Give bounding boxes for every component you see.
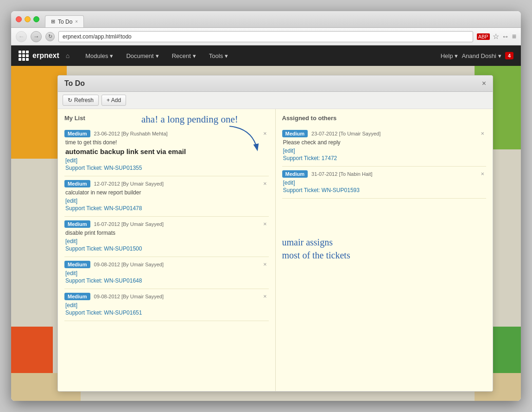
menu-icon[interactable]: ≡ <box>512 32 516 41</box>
panel-content: My List Medium 23-06-2012 [By Rushabh Me… <box>58 109 493 391</box>
item-meta: 09-08-2012 [By Umair Sayyed] <box>94 262 164 267</box>
recent-dropdown-icon: ▾ <box>193 52 196 59</box>
browser-refresh-button[interactable]: ↻ <box>45 32 55 41</box>
tools-label: Tools <box>209 52 223 59</box>
item-close-button[interactable]: × <box>263 220 267 227</box>
item-desc: disable print formats <box>65 230 269 236</box>
item-ticket-link[interactable]: Support Ticket: WN-SUP01355 <box>65 165 269 171</box>
maximize-window-button[interactable] <box>33 16 39 22</box>
nav-recent[interactable]: Recent ▾ <box>165 45 203 66</box>
item-edit-link[interactable]: [edit] <box>65 157 269 164</box>
item-meta: 09-08-2012 [By Umair Sayyed] <box>94 294 164 299</box>
browser-window: ⊞ To Do × ← → ↻ ABP ☆ ↔ ≡ erpnext ⌂ <box>11 11 521 401</box>
browser-tab[interactable]: ⊞ To Do × <box>45 15 84 27</box>
bookmark-icon[interactable]: ☆ <box>493 32 499 41</box>
item-ticket-link[interactable]: Support Ticket: 17472 <box>283 155 487 161</box>
my-list-column: My List Medium 23-06-2012 [By Rushabh Me… <box>58 109 275 391</box>
item-ticket-link[interactable]: Support Ticket: WN-SUP01500 <box>65 245 269 252</box>
item-desc: calculator in new report builder <box>65 189 269 196</box>
home-icon[interactable]: ⌂ <box>66 52 70 59</box>
item-meta: 23-06-2012 [By Rushabh Mehta] <box>94 131 168 136</box>
item-meta: 16-07-2012 [By Umair Sayyed] <box>94 221 164 227</box>
adblock-icon: ABP <box>477 33 490 40</box>
app-logo: erpnext ⌂ <box>19 51 70 61</box>
user-menu[interactable]: Anand Doshi ▾ <box>462 52 501 59</box>
assigned-to-others-column: Assigned to others Medium 23-07-2012 [To… <box>276 109 493 391</box>
app-logo-text: erpnext <box>32 52 59 60</box>
app-navbar: erpnext ⌂ Modules ▾ Document ▾ Recent ▾ … <box>11 45 521 66</box>
todo-item: Medium 23-07-2012 [To Umair Sayyed] Plea… <box>282 126 487 167</box>
nav-modules[interactable]: Modules ▾ <box>79 45 120 66</box>
app-body: To Do × ↻ Refresh + Add My List <box>11 66 521 401</box>
todo-item: Medium 31-07-2012 [To Nabin Hait] [edit]… <box>282 167 487 199</box>
my-list-header: My List <box>64 115 269 122</box>
tab-close-button[interactable]: × <box>75 19 78 24</box>
refresh-button[interactable]: ↻ Refresh <box>63 95 99 106</box>
url-input[interactable] <box>58 31 473 42</box>
logo-grid-icon <box>19 51 29 61</box>
item-close-button[interactable]: × <box>263 293 267 300</box>
item-ticket-link[interactable]: Support Ticket: WN-SUP01651 <box>65 309 269 316</box>
recent-label: Recent <box>172 52 191 59</box>
add-label: + Add <box>107 97 121 103</box>
todo-panel: To Do × ↻ Refresh + Add My List <box>57 75 493 392</box>
item-ticket-link[interactable]: Support Ticket: WN-SUP01648 <box>65 277 269 284</box>
priority-badge: Medium <box>64 180 90 187</box>
item-close-button[interactable]: × <box>263 130 267 137</box>
item-edit-link[interactable]: [edit] <box>65 198 269 204</box>
todo-item: Medium 23-06-2012 [By Rushabh Mehta] tim… <box>64 126 269 176</box>
user-name-label: Anand Doshi <box>462 52 496 59</box>
document-label: Document <box>126 52 153 59</box>
tab-favicon: ⊞ <box>51 19 55 25</box>
item-close-button[interactable]: × <box>263 180 267 187</box>
priority-badge: Medium <box>282 130 308 137</box>
priority-badge: Medium <box>282 170 308 178</box>
help-menu[interactable]: Help ▾ <box>441 52 458 59</box>
item-edit-link[interactable]: [edit] <box>65 270 269 277</box>
nav-right: Help ▾ Anand Doshi ▾ 4 <box>441 52 513 59</box>
item-meta: 23-07-2012 [To Umair Sayyed] <box>311 131 380 136</box>
item-desc: time to get this done! <box>65 139 269 146</box>
cast-icon: ↔ <box>502 32 509 41</box>
title-bar: ⊞ To Do × <box>11 11 521 28</box>
minimize-window-button[interactable] <box>25 16 31 22</box>
item-meta: 31-07-2012 [To Nabin Hait] <box>311 171 373 177</box>
address-bar: ← → ↻ ABP ☆ ↔ ≡ <box>11 28 521 45</box>
item-edit-link[interactable]: [edit] <box>65 302 269 309</box>
close-window-button[interactable] <box>16 16 22 22</box>
refresh-icon: ↻ <box>68 97 72 103</box>
priority-badge: Medium <box>64 220 90 228</box>
item-header: Medium 23-07-2012 [To Umair Sayyed] <box>282 130 487 137</box>
priority-badge: Medium <box>64 261 90 268</box>
panel-header: To Do × <box>58 76 493 92</box>
item-close-button[interactable]: × <box>263 261 267 268</box>
item-edit-link[interactable]: [edit] <box>65 238 269 245</box>
item-close-button[interactable]: × <box>481 130 484 137</box>
item-close-button[interactable]: × <box>481 170 484 177</box>
item-header: Medium 16-07-2012 [By Umair Sayyed] <box>64 220 269 228</box>
back-button[interactable]: ← <box>16 31 27 42</box>
item-ticket-link[interactable]: Support Ticket: WN-SUP01593 <box>283 187 487 193</box>
address-bar-icons: ABP ☆ ↔ ≡ <box>477 32 516 41</box>
tools-dropdown-icon: ▾ <box>225 52 228 59</box>
forward-button[interactable]: → <box>31 31 42 42</box>
add-button[interactable]: + Add <box>101 95 126 106</box>
assigned-to-others-header: Assigned to others <box>282 115 487 122</box>
item-edit-link[interactable]: [edit] <box>283 180 487 186</box>
modules-dropdown-icon: ▾ <box>110 52 113 59</box>
nav-tools[interactable]: Tools ▾ <box>203 45 234 66</box>
document-dropdown-icon: ▾ <box>156 52 159 59</box>
user-dropdown-icon: ▾ <box>498 52 501 59</box>
notification-badge[interactable]: 4 <box>505 52 513 59</box>
modules-label: Modules <box>85 52 108 59</box>
item-desc: Please check and reply <box>283 139 487 146</box>
item-header: Medium 23-06-2012 [By Rushabh Mehta] <box>64 130 269 137</box>
nav-document[interactable]: Document ▾ <box>120 45 165 66</box>
item-ticket-link[interactable]: Support Ticket: WN-SUP01478 <box>65 205 269 212</box>
item-header: Medium 12-07-2012 [By Umair Sayyed] <box>64 180 269 187</box>
todo-item: Medium 16-07-2012 [By Umair Sayyed] disa… <box>64 217 269 257</box>
tab-bar: ⊞ To Do × <box>45 11 84 27</box>
panel-close-button[interactable]: × <box>482 79 486 88</box>
item-edit-link[interactable]: [edit] <box>283 148 487 154</box>
traffic-lights <box>16 16 39 22</box>
